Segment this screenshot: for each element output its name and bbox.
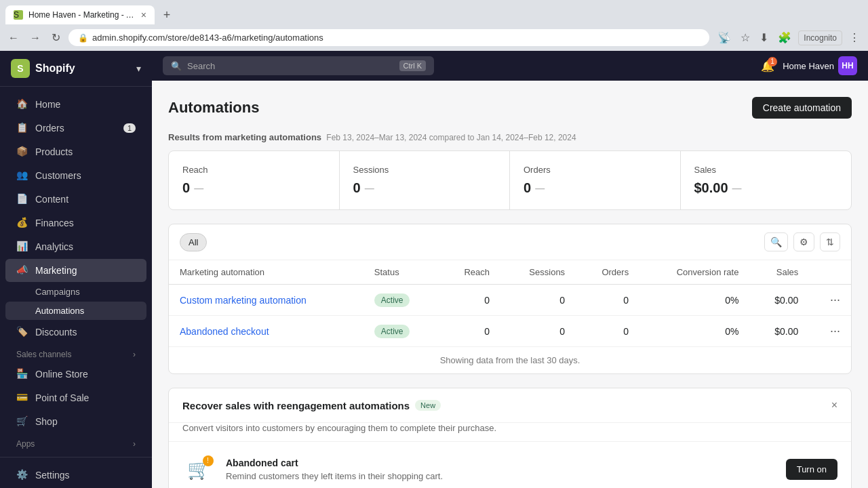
chevron-right-icon: › bbox=[133, 350, 136, 359]
results-label: Results from marketing automations bbox=[168, 132, 321, 142]
sidebar-item-settings[interactable]: ⚙️ Settings bbox=[5, 464, 146, 487]
create-automation-button[interactable]: Create automation bbox=[752, 97, 852, 119]
reengagement-header: Recover sales with reengagement automati… bbox=[169, 388, 851, 423]
download-icon[interactable]: ⬇ bbox=[757, 28, 771, 47]
page-title: Automations bbox=[168, 99, 259, 117]
reengagement-section: Recover sales with reengagement automati… bbox=[168, 388, 852, 488]
col-sales: Sales bbox=[749, 260, 809, 285]
online-store-icon: 🏪 bbox=[16, 368, 28, 380]
content-icon: 📄 bbox=[16, 193, 28, 205]
search-input[interactable] bbox=[187, 61, 394, 71]
orders-badge: 1 bbox=[123, 123, 136, 133]
forward-button[interactable]: → bbox=[27, 29, 43, 47]
table-footer: Showing data from the last 30 days. bbox=[169, 346, 851, 373]
cast-icon[interactable]: 📡 bbox=[715, 28, 734, 47]
back-button[interactable]: ← bbox=[5, 29, 22, 47]
sidebar-item-online-store[interactable]: 🏪 Online Store bbox=[5, 363, 146, 386]
url-text: admin.shopify.com/store/de8143-a6/market… bbox=[92, 33, 700, 43]
page-header: Automations Create automation bbox=[168, 97, 852, 119]
close-tab-icon[interactable]: × bbox=[141, 9, 146, 20]
stat-orders-label: Orders bbox=[524, 165, 667, 175]
col-orders: Orders bbox=[576, 260, 639, 285]
sort-button[interactable]: ⇅ bbox=[820, 232, 840, 251]
new-badge: New bbox=[415, 400, 441, 411]
sidebar-header: S Shopify ▾ bbox=[0, 51, 152, 87]
sidebar-item-discounts[interactable]: 🏷️ Discounts bbox=[5, 321, 146, 344]
turn-on-button[interactable]: Turn on bbox=[786, 459, 837, 480]
cart-icon-wrapper: 🛒 ! bbox=[187, 458, 211, 481]
stats-title: Results from marketing automations Feb 1… bbox=[168, 132, 852, 142]
apps-header: Apps › bbox=[0, 434, 152, 451]
sidebar-item-label: Online Store bbox=[35, 369, 88, 380]
apps-chevron-icon: › bbox=[133, 439, 136, 449]
sidebar-item-content[interactable]: 📄 Content bbox=[5, 188, 146, 211]
filter-button[interactable]: ⚙ bbox=[793, 232, 814, 251]
sidebar-item-products[interactable]: 📦 Products bbox=[5, 140, 146, 163]
tab-favicon: S bbox=[14, 10, 23, 20]
new-tab-button[interactable]: + bbox=[157, 5, 176, 24]
reload-button[interactable]: ↻ bbox=[49, 28, 63, 47]
table-row: Custom marketing automation Active 0 0 0… bbox=[169, 285, 851, 316]
col-status: Status bbox=[363, 260, 439, 285]
stats-cards: Reach 0 — Sessions 0 — bbox=[168, 150, 852, 210]
stat-orders: Orders 0 — bbox=[510, 151, 681, 209]
sidebar-item-analytics[interactable]: 📊 Analytics bbox=[5, 235, 146, 258]
sidebar-item-point-of-sale[interactable]: 💳 Point of Sale bbox=[5, 386, 146, 409]
automations-table: Marketing automation Status Reach Sessio… bbox=[169, 260, 851, 346]
stat-sessions: Sessions 0 — bbox=[340, 151, 511, 209]
close-reengagement-button[interactable]: × bbox=[831, 399, 837, 411]
stat-sessions-comparison: — bbox=[365, 183, 374, 194]
row-sales: $0.00 bbox=[749, 285, 809, 316]
menu-icon[interactable]: ⋮ bbox=[846, 28, 863, 47]
sidebar-collapse-icon[interactable]: ▾ bbox=[136, 63, 141, 74]
sidebar-item-orders[interactable]: 📋 Orders 1 bbox=[5, 117, 146, 140]
address-bar[interactable]: 🔒 admin.shopify.com/store/de8143-a6/mark… bbox=[68, 29, 709, 46]
row-more-button[interactable]: ··· bbox=[830, 324, 840, 338]
finances-icon: 💰 bbox=[16, 217, 28, 229]
incognito-label[interactable]: Incognito bbox=[798, 30, 842, 45]
date-range: Feb 13, 2024–Mar 13, 2024 compared to Ja… bbox=[326, 133, 576, 142]
orders-icon: 📋 bbox=[16, 122, 28, 134]
filter-tabs: All bbox=[180, 233, 207, 251]
sidebar-item-label: Marketing bbox=[35, 265, 77, 276]
search-table-button[interactable]: 🔍 bbox=[764, 232, 788, 251]
table-toolbar: All 🔍 ⚙ ⇅ bbox=[169, 224, 851, 260]
stat-sessions-label: Sessions bbox=[353, 165, 496, 175]
automations-label: Automations bbox=[35, 306, 84, 316]
row-more-button[interactable]: ··· bbox=[830, 293, 840, 307]
row-sessions: 0 bbox=[500, 285, 576, 316]
row-reach: 0 bbox=[439, 316, 500, 347]
row-name: Abandoned checkout bbox=[169, 316, 363, 347]
automation-badge: ! bbox=[203, 455, 214, 466]
sidebar-item-label: Home bbox=[35, 99, 60, 110]
sidebar-item-finances[interactable]: 💰 Finances bbox=[5, 211, 146, 235]
campaigns-label: Campaigns bbox=[35, 287, 80, 297]
stat-sales-comparison: — bbox=[732, 183, 742, 194]
store-avatar: HH bbox=[838, 56, 857, 75]
stat-reach-label: Reach bbox=[182, 165, 326, 175]
store-menu[interactable]: Home Haven HH bbox=[783, 56, 857, 75]
sidebar-item-marketing[interactable]: 📣 Marketing bbox=[5, 259, 146, 282]
sidebar-item-label: Point of Sale bbox=[35, 392, 89, 403]
sidebar-sub-campaigns[interactable]: Campaigns bbox=[5, 283, 146, 301]
sidebar-item-customers[interactable]: 👥 Customers bbox=[5, 164, 146, 187]
sidebar-sub-automations[interactable]: Automations bbox=[5, 302, 146, 320]
automation-info: Abandoned cart Remind customers they lef… bbox=[226, 458, 775, 481]
topbar: 🔍 Ctrl K 🔔 1 Home Haven HH bbox=[152, 51, 868, 81]
settings-icon: ⚙️ bbox=[16, 469, 28, 481]
sidebar-item-label: Analytics bbox=[35, 241, 73, 252]
row-sales: $0.00 bbox=[749, 316, 809, 347]
sidebar-item-shop[interactable]: 🛒 Shop bbox=[5, 410, 146, 433]
extensions-icon[interactable]: 🧩 bbox=[775, 28, 794, 47]
shopify-logo[interactable]: S Shopify bbox=[11, 59, 75, 78]
search-bar[interactable]: 🔍 Ctrl K bbox=[163, 56, 434, 75]
marketing-icon: 📣 bbox=[16, 264, 28, 277]
active-tab[interactable]: S Home Haven - Marketing - Aut... × bbox=[5, 5, 155, 24]
notification-icon[interactable]: 🔔 1 bbox=[761, 60, 774, 73]
stat-reach-value: 0 bbox=[182, 180, 190, 196]
filter-tab-all[interactable]: All bbox=[180, 233, 207, 251]
sidebar-item-home[interactable]: 🏠 Home bbox=[5, 93, 146, 116]
notification-badge: 1 bbox=[768, 57, 777, 66]
row-conversion: 0% bbox=[639, 316, 749, 347]
bookmark-icon[interactable]: ☆ bbox=[738, 28, 753, 47]
